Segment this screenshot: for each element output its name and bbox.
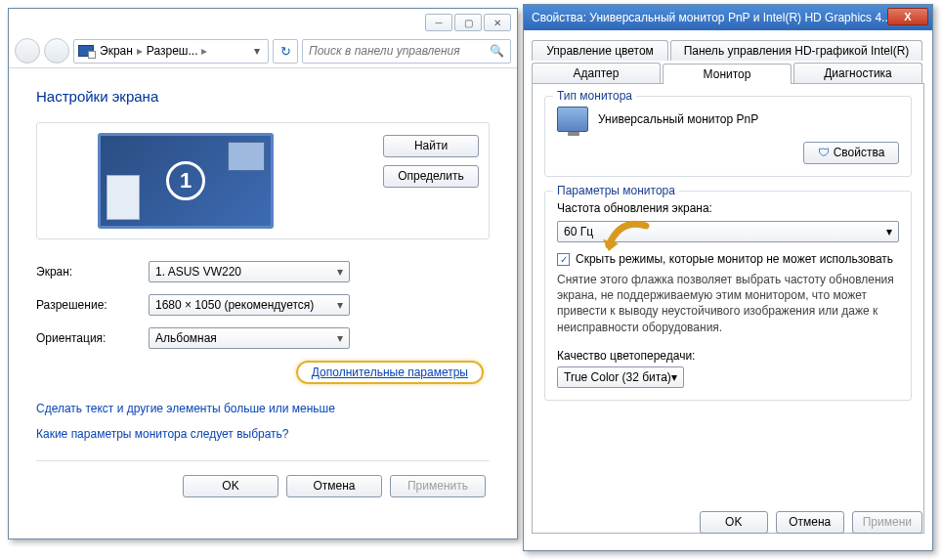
hide-modes-label: Скрыть режимы, которые монитор не может … <box>576 252 893 266</box>
breadcrumb-item[interactable]: Экран <box>100 44 133 58</box>
preview-window-icon <box>107 175 140 220</box>
shield-icon: 🛡 <box>818 146 830 159</box>
tab-intel-panel[interactable]: Панель управления HD-графикой Intel(R) <box>670 40 922 61</box>
chevron-down-icon: ▾ <box>337 298 343 312</box>
apply-button: Применить <box>390 475 486 497</box>
chevron-down-icon: ▾ <box>671 370 677 384</box>
window-controls: ─ ▢ ✕ <box>9 9 517 34</box>
maximize-button[interactable]: ▢ <box>454 14 482 31</box>
select-value: 1680 × 1050 (рекомендуется) <box>155 298 314 312</box>
titlebar: Свойства: Универсальный монитор PnP и In… <box>524 5 932 30</box>
forward-button[interactable] <box>44 38 69 64</box>
orientation-select[interactable]: Альбомная ▾ <box>149 327 350 349</box>
tab-monitor[interactable]: Монитор <box>663 64 792 84</box>
help-link[interactable]: Какие параметры монитора следует выбрать… <box>36 427 490 441</box>
hide-modes-description: Снятие этого флажка позволяет выбрать ча… <box>557 272 899 335</box>
chevron-down-icon: ▾ <box>337 331 343 345</box>
select-value: 1. ASUS VW220 <box>155 265 241 279</box>
text-size-link[interactable]: Сделать текст и другие элементы больше и… <box>36 402 490 415</box>
screen-label: Экран: <box>36 265 149 279</box>
display-settings-window: ─ ▢ ✕ Экран ▸ Разреш... ▸ ▾ ↻ 🔍 Настройк… <box>8 8 518 539</box>
monitor-properties-dialog: Свойства: Универсальный монитор PnP и In… <box>523 4 933 551</box>
search-box[interactable]: 🔍 <box>302 39 511 64</box>
select-value: Альбомная <box>155 331 217 345</box>
tab-diagnostics[interactable]: Диагностика <box>793 63 922 83</box>
apply-button: Примени <box>852 511 922 534</box>
breadcrumb-item[interactable]: Разреш... <box>147 44 198 58</box>
group-title: Тип монитора <box>553 89 636 103</box>
dialog-title: Свойства: Универсальный монитор PnP и In… <box>532 11 891 24</box>
chevron-down-icon[interactable]: ▾ <box>250 44 264 58</box>
resolution-select[interactable]: 1680 × 1050 (рекомендуется) ▾ <box>149 294 350 316</box>
monitor-arrangement: 1 Найти Определить <box>36 122 490 239</box>
search-icon: 🔍 <box>490 44 504 58</box>
back-button[interactable] <box>15 38 40 64</box>
tab-panel: Тип монитора Универсальный монитор PnP 🛡… <box>532 84 924 534</box>
nav-row: Экран ▸ Разреш... ▸ ▾ ↻ 🔍 <box>9 34 517 68</box>
group-title: Параметры монитора <box>553 184 679 197</box>
search-input[interactable] <box>309 44 490 58</box>
chevron-down-icon: ▾ <box>886 225 892 238</box>
monitor-icon <box>557 107 588 132</box>
close-button[interactable]: X <box>887 8 928 25</box>
cancel-button[interactable]: Отмена <box>286 475 382 497</box>
close-button[interactable]: ✕ <box>484 14 511 31</box>
tab-color-management[interactable]: Управление цветом <box>532 40 668 61</box>
breadcrumb[interactable]: Экран ▸ Разреш... ▸ ▾ <box>73 39 269 64</box>
refresh-rate-select[interactable]: 60 Гц ▾ <box>557 221 899 242</box>
advanced-settings-link[interactable]: Дополнительные параметры <box>312 366 468 379</box>
monitor-name: Универсальный монитор PnP <box>598 112 758 126</box>
tab-strip: Управление цветом Панель управления HD-г… <box>532 40 924 84</box>
color-quality-label: Качество цветопередачи: <box>557 349 899 363</box>
select-value: 60 Гц <box>564 225 593 238</box>
resolution-label: Разрешение: <box>36 298 149 312</box>
monitor-preview[interactable]: 1 <box>98 133 274 229</box>
chevron-down-icon: ▾ <box>337 265 343 279</box>
screen-select[interactable]: 1. ASUS VW220 ▾ <box>149 261 350 282</box>
button-label: Свойства <box>834 146 885 159</box>
select-value: True Color (32 бита) <box>564 370 671 384</box>
page-title: Настройки экрана <box>36 88 490 105</box>
content-area: Настройки экрана 1 Найти Определить Экра… <box>9 68 517 523</box>
color-quality-select[interactable]: True Color (32 бита) ▾ <box>557 366 684 388</box>
refresh-rate-label: Частота обновления экрана: <box>557 201 899 215</box>
chevron-right-icon: ▸ <box>197 44 211 58</box>
ok-button[interactable]: OK <box>183 475 278 497</box>
orientation-label: Ориентация: <box>36 331 149 345</box>
refresh-button[interactable]: ↻ <box>273 39 298 64</box>
preview-window-icon <box>228 142 265 171</box>
chevron-right-icon: ▸ <box>133 44 147 58</box>
monitor-params-group: Параметры монитора Частота обновления эк… <box>544 191 912 401</box>
properties-button[interactable]: 🛡Свойства <box>803 142 899 164</box>
detect-button[interactable]: Определить <box>383 165 479 188</box>
hide-modes-checkbox[interactable]: ✓ <box>557 253 570 266</box>
cancel-button[interactable]: Отмена <box>776 511 844 534</box>
highlight-annotation: Дополнительные параметры <box>296 361 484 384</box>
tab-adapter[interactable]: Адаптер <box>532 63 661 83</box>
minimize-button[interactable]: ─ <box>425 14 452 31</box>
ok-button[interactable]: OK <box>700 511 768 534</box>
monitor-type-group: Тип монитора Универсальный монитор PnP 🛡… <box>544 96 912 177</box>
find-button[interactable]: Найти <box>383 135 479 157</box>
monitor-icon <box>78 45 94 57</box>
monitor-number: 1 <box>166 161 205 200</box>
